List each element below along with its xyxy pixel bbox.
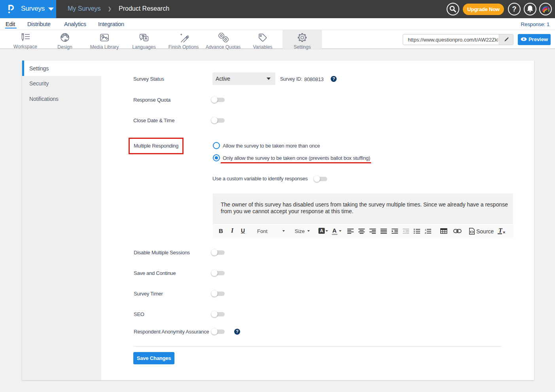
svg-text:1: 1 — [425, 229, 426, 231]
svg-text:2: 2 — [425, 232, 426, 234]
